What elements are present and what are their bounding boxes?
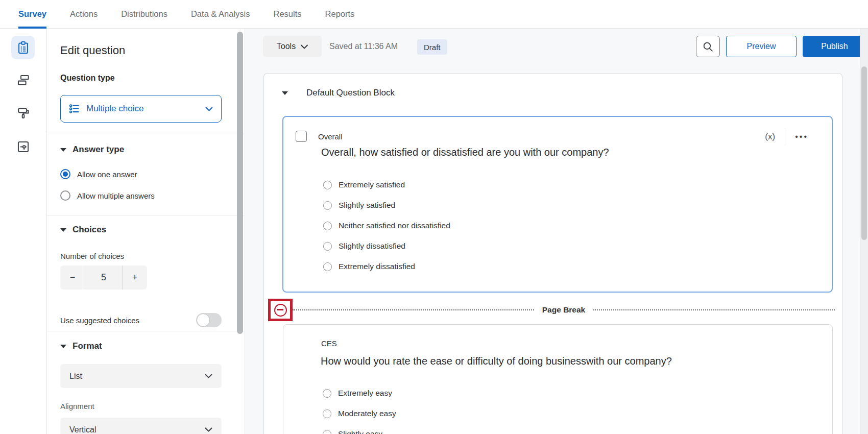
- choice-list: Extremely easy Moderately easy Slightly …: [323, 383, 396, 434]
- divider: [47, 331, 245, 331]
- choices-section-header[interactable]: Choices: [60, 225, 106, 235]
- annotation-highlight: [268, 299, 293, 321]
- blocks-icon: [16, 74, 30, 87]
- sidebar-item-survey-flow[interactable]: [11, 68, 35, 92]
- answer-choice[interactable]: Slightly dissatisfied: [323, 236, 450, 256]
- draft-status-badge: Draft: [417, 39, 447, 55]
- answer-type-label: Answer type: [73, 144, 124, 155]
- answer-choice[interactable]: Extremely easy: [323, 383, 396, 403]
- sidebar-item-look-and-feel[interactable]: [11, 101, 35, 125]
- radio-unselected-icon: [323, 181, 332, 189]
- question-type-dropdown[interactable]: Multiple choice: [60, 95, 222, 123]
- chevron-down-icon: [205, 374, 212, 378]
- suggested-choices-toggle[interactable]: [196, 313, 222, 327]
- increase-choices-button[interactable]: +: [122, 266, 147, 290]
- radio-unselected-icon: [323, 430, 331, 434]
- radio-unselected-icon: [323, 409, 331, 418]
- nav-tab-distributions[interactable]: Distributions: [121, 0, 167, 28]
- nav-tab-results[interactable]: Results: [274, 0, 302, 28]
- nav-tab-actions[interactable]: Actions: [70, 0, 98, 28]
- answer-choice[interactable]: Moderately easy: [323, 403, 396, 424]
- radio-allow-one-answer[interactable]: Allow one answer: [60, 169, 137, 179]
- sidebar-item-survey-options[interactable]: [11, 135, 35, 158]
- format-label: Format: [73, 341, 102, 351]
- chevron-down-icon: [301, 44, 308, 49]
- radio-unselected-icon: [323, 201, 332, 210]
- alignment-label: Alignment: [60, 402, 94, 411]
- radio-unselected-icon: [323, 389, 331, 398]
- more-options-icon[interactable]: •••: [795, 132, 808, 141]
- divider: [785, 128, 785, 146]
- choice-count-stepper: − 5 +: [60, 266, 147, 290]
- choices-label: Choices: [73, 225, 106, 235]
- answer-choice[interactable]: Slightly easy: [323, 424, 396, 434]
- page-scrollbar[interactable]: [860, 29, 868, 434]
- nav-tab-reports[interactable]: Reports: [325, 0, 355, 28]
- answer-choice[interactable]: Slightly satisfied: [323, 195, 450, 215]
- radio-selected-icon: [60, 169, 70, 179]
- format-dropdown[interactable]: List: [60, 364, 222, 388]
- clipboard-list-icon: [16, 41, 30, 55]
- use-suggested-choices-label: Use suggested choices: [60, 316, 139, 325]
- sliders-icon: [16, 140, 30, 154]
- question-type-value: Multiple choice: [86, 104, 199, 114]
- question-type-label: Question type: [60, 74, 115, 83]
- radio-unselected-icon: [323, 242, 332, 251]
- multiple-choice-icon: [69, 103, 80, 114]
- page-break-row: Page Break: [268, 299, 835, 321]
- chevron-down-icon: [205, 107, 213, 111]
- collapse-arrow-icon: [60, 148, 66, 152]
- toggle-knob: [197, 314, 210, 327]
- answer-choice[interactable]: Extremely satisfied: [323, 175, 450, 195]
- panel-title: Edit question: [60, 44, 125, 57]
- radio-allow-multiple-answers[interactable]: Allow multiple answers: [60, 190, 155, 201]
- question-card-overall[interactable]: Overall (x) ••• Overall, how satisfied o…: [282, 116, 833, 293]
- answer-type-section-header[interactable]: Answer type: [60, 144, 124, 155]
- question-block-container: Default Question Block Overall (x) ••• O…: [263, 73, 842, 434]
- page-break-line: [593, 309, 835, 310]
- paint-roller-icon: [16, 106, 30, 120]
- number-of-choices-label: Number of choices: [60, 252, 124, 260]
- search-button[interactable]: [696, 36, 720, 57]
- answer-choice[interactable]: Neither satisfied nor dissatisfied: [323, 215, 450, 236]
- choice-list: Extremely satisfied Slightly satisfied N…: [323, 175, 450, 277]
- panel-scrollbar[interactable]: [237, 32, 243, 334]
- question-text[interactable]: How would you rate the ease or difficult…: [321, 355, 672, 367]
- radio-unselected-icon: [60, 190, 70, 201]
- edit-question-panel: Edit question Question type Multiple cho…: [47, 29, 245, 434]
- question-id: Overall: [318, 132, 343, 141]
- question-controls: (x) •••: [765, 128, 808, 146]
- left-icon-rail: [0, 29, 47, 434]
- scrollbar-thumb[interactable]: [861, 66, 867, 240]
- suggested-choices-row: Use suggested choices: [60, 310, 222, 330]
- radio-unselected-icon: [323, 262, 332, 271]
- block-header[interactable]: Default Question Block: [282, 88, 395, 98]
- decrease-choices-button[interactable]: −: [60, 266, 85, 290]
- block-title: Default Question Block: [306, 88, 395, 98]
- format-section-header[interactable]: Format: [60, 341, 102, 351]
- nav-tab-survey[interactable]: Survey: [18, 0, 46, 28]
- publish-button[interactable]: Publish: [803, 36, 866, 57]
- chevron-down-icon: [205, 427, 212, 432]
- format-value: List: [69, 372, 205, 381]
- alignment-dropdown[interactable]: Vertical: [60, 418, 222, 434]
- recode-values-indicator[interactable]: (x): [765, 132, 775, 142]
- answer-choice[interactable]: Extremely dissatisfied: [323, 256, 450, 277]
- question-card-ces[interactable]: CES How would you rate the ease or diffi…: [283, 324, 833, 434]
- autosave-status: Saved at 11:36 AM: [329, 36, 398, 57]
- nav-tab-data-analysis[interactable]: Data & Analysis: [191, 0, 250, 28]
- question-text[interactable]: Overall, how satisfied or dissatisfied a…: [321, 147, 609, 158]
- collapse-arrow-icon: [60, 345, 66, 348]
- divider: [47, 134, 245, 134]
- question-select-checkbox[interactable]: [296, 131, 307, 142]
- choice-count-value: 5: [85, 266, 122, 290]
- preview-button[interactable]: Preview: [726, 36, 797, 57]
- radio-unselected-icon: [323, 222, 332, 230]
- tools-button[interactable]: Tools: [263, 36, 322, 57]
- remove-page-break-button[interactable]: [274, 304, 287, 317]
- sidebar-item-survey-builder[interactable]: [11, 36, 35, 59]
- collapse-arrow-icon: [60, 228, 66, 232]
- survey-editor-app: Survey Actions Distributions Data & Anal…: [0, 0, 868, 434]
- collapse-arrow-icon: [282, 91, 288, 95]
- question-id: CES: [321, 339, 337, 348]
